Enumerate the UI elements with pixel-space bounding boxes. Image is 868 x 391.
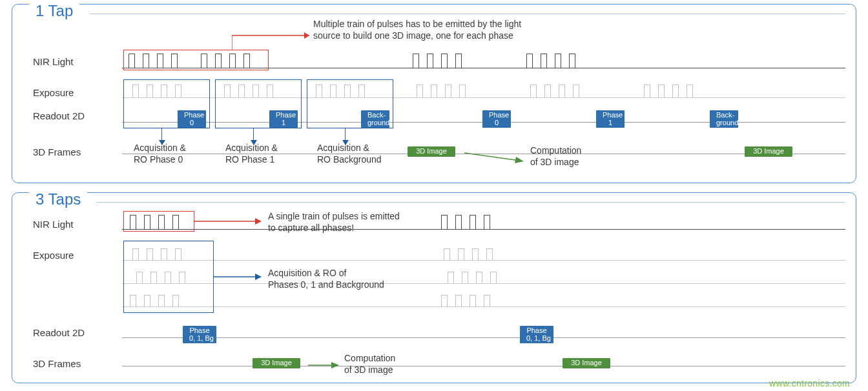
pulse [470,215,476,229]
tag-3dimage-b: 3D Image [745,146,792,157]
pulse [455,295,462,306]
label-3dframes: 3D Frames [33,146,81,157]
red-callout2 [194,216,265,226]
panel2-annotation: A single train of pulses is emitted to c… [268,211,400,234]
tag-bg: Back- ground [361,110,389,128]
tag-phase-comb-b: Phase 0, 1, Bg [520,326,553,343]
pulse [476,272,482,283]
title-rule2 [96,202,845,203]
pulse [573,85,579,97]
pulse [544,85,551,97]
redbox-nir2 [123,211,194,232]
title-rule [90,14,845,14]
label2-readout: Readout 2D [33,327,85,338]
panel1-title: 1 Tap [29,2,79,20]
panel1-annotation: Multiple train of pulses has to be emitt… [313,19,521,41]
pulse [441,54,448,68]
pulse [484,295,490,306]
pulse [472,248,479,260]
pulse [417,85,423,97]
compute-arrow2 [308,361,342,371]
pulse [687,85,693,97]
label-nir: NIR Light [33,56,74,67]
pulse [448,272,454,283]
red-callout [232,29,315,51]
label-readout: Readout 2D [33,110,85,121]
tag-phase0: Phase 0 [178,110,206,128]
readout-axis2 [122,337,845,338]
watermark: www.cntronics.com [769,378,850,388]
pulse [427,54,433,68]
label2-exposure: Exposure [33,250,74,261]
tag-3dimage-a: 3D Image [408,146,455,157]
pulse [441,215,448,229]
label2-nir: NIR Light [33,219,74,230]
panel2-title: 3 Taps [29,190,87,208]
compute-arrow [464,150,529,166]
acq-box-3tap [123,241,214,313]
arrow-acqbg [345,128,346,140]
pulse [530,85,537,97]
label-exposure: Exposure [33,87,74,98]
pulse [526,54,533,68]
pulse [459,85,466,97]
pulse [441,295,448,306]
pulse [672,85,679,97]
pulse [569,54,575,68]
pulse [658,85,665,97]
pulse [541,54,547,68]
arrow-acq0 [161,128,162,140]
cap-3tap: Acquisition & RO of Phases 0, 1 and Back… [268,268,384,290]
pulse [486,248,493,260]
compute-label: Computation of 3D image [530,145,581,168]
pulse [431,85,437,97]
tag-phase-comb-a: Phase 0, 1, Bg [183,326,216,343]
frames-axis2 [122,366,845,366]
exp-axis-b [122,283,845,284]
tag-phase1-b: Phase 1 [596,110,625,128]
blue-callout [214,272,265,282]
pulse [444,248,450,260]
pulse [555,54,561,68]
pulse [484,215,490,229]
tag-3dimage-d: 3D Image [563,358,610,368]
pulse [455,54,462,68]
pulse [490,272,497,283]
panel-3-taps: 3 Taps NIR Light Exposure Readout 2D 3D … [12,192,856,383]
arrow-acq1 [253,128,254,140]
exp-axis-c [122,306,845,307]
label2-3dframes: 3D Frames [33,358,81,369]
pulse [413,54,419,68]
panel-1-tap: 1 Tap Multiple train of pulses has to be… [12,4,856,183]
exp-axis-a [122,260,845,261]
tag-phase1: Phase 1 [269,110,298,128]
pulse [470,295,476,306]
redbox-nir [123,50,269,70]
compute-label2: Computation of 3D image [344,353,395,376]
tag-phase0-b: Phase 0 [482,110,511,128]
pulse [455,215,462,229]
pulse [445,85,451,97]
pulse [644,85,650,97]
pulse [458,248,464,260]
tag-bg-b: Back- ground [710,110,738,128]
pulse [462,272,468,283]
nir-axis2 [122,229,845,230]
pulse [559,85,565,97]
tag-3dimage-c: 3D Image [253,358,300,368]
